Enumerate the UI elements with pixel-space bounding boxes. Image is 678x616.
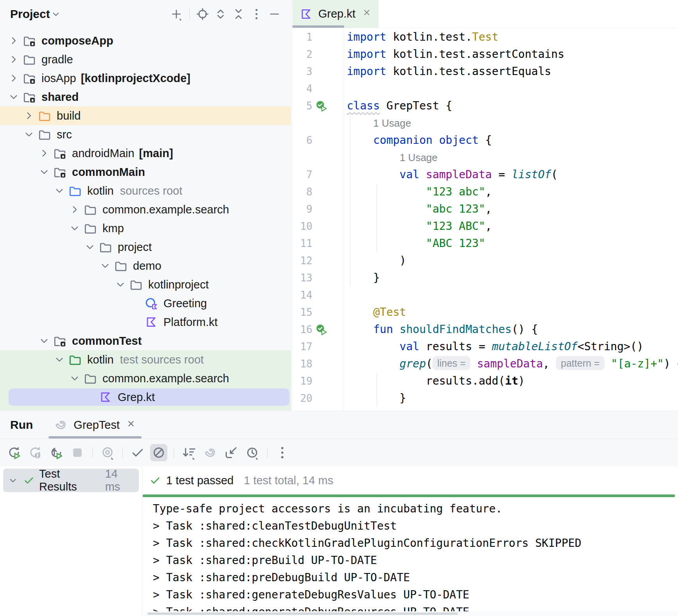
tree-chevron-down-icon[interactable] [5, 91, 22, 103]
code-line: 16 fun shouldFindMatches() { [292, 321, 678, 338]
results-expander-icon[interactable] [7, 475, 19, 486]
test-results-duration: 14 ms [105, 467, 135, 493]
run-toolbar [0, 439, 678, 466]
usages-inlay-hint[interactable]: 1 Usage [400, 152, 438, 163]
watch-options-button[interactable] [99, 444, 116, 461]
run-test-gutter-icon[interactable] [316, 324, 328, 336]
tree-chevron-down-icon[interactable] [82, 241, 98, 253]
tree-chevron-down-icon[interactable] [36, 335, 52, 347]
run-tab-close-icon[interactable] [125, 419, 137, 432]
line-number: 6 [292, 132, 312, 149]
jump-to-source-button[interactable] [222, 444, 240, 461]
more-vertical-button[interactable] [249, 7, 264, 21]
rerun-auto-button[interactable] [48, 444, 65, 461]
code-editor[interactable]: 1import kotlin.test.Test2import kotlin.t… [292, 29, 678, 411]
expand-all-button[interactable] [213, 7, 228, 21]
tree-chevron-down-icon[interactable] [36, 166, 52, 178]
rerun-failed-tests-button[interactable] [27, 444, 44, 461]
project-panel-header: Project [0, 0, 291, 28]
tree-item-greeting[interactable]: Greeting [0, 294, 291, 313]
more-vertical-icon [249, 7, 264, 21]
tree-item-common-example-search[interactable]: common.example.search [0, 369, 291, 388]
tree-chevron-right-icon[interactable] [21, 109, 37, 122]
code-line: 19 results.add(it) [292, 372, 678, 390]
tree-item-shared[interactable]: shared [0, 88, 291, 106]
tree-item-kotlin[interactable]: kotlinsources root [0, 181, 291, 200]
project-view-chevron-down-icon[interactable] [50, 8, 62, 20]
line-number: 4 [292, 80, 312, 97]
collapse-all-button[interactable] [231, 7, 246, 21]
line-number: 3 [292, 63, 312, 80]
folder-icon [113, 259, 128, 273]
sort-by-duration-icon [181, 445, 197, 460]
tree-chevron-down-icon[interactable] [21, 128, 37, 141]
tab-close-icon[interactable] [361, 8, 373, 21]
folder-module-icon [22, 90, 37, 104]
tree-item-composeapp[interactable]: composeApp [0, 31, 291, 50]
expand-all-icon [213, 7, 228, 21]
tree-item-common-example-search[interactable]: common.example.search [0, 200, 291, 219]
editor-tab-grep-kt[interactable]: Grep.kt [292, 0, 378, 28]
code-line: 17 val results = mutableListOf<String>() [292, 338, 678, 355]
rerun-tests-button[interactable] [5, 444, 23, 461]
tree-chevron-down-icon[interactable] [112, 278, 129, 291]
line-number: 11 [292, 235, 312, 252]
locate-button[interactable] [195, 7, 210, 21]
tree-chevron-down-icon[interactable] [66, 372, 83, 385]
show-passed-button[interactable] [129, 444, 146, 461]
run-console-output[interactable]: Type-safe project accessors is an incuba… [143, 497, 678, 611]
tree-item-commonmain[interactable]: commonMain [0, 163, 291, 181]
tree-chevron-down-icon[interactable] [51, 184, 68, 197]
tree-chevron-down-icon[interactable] [97, 260, 113, 272]
usages-inlay-hint[interactable]: 1 Usage [373, 117, 411, 129]
console-line: Type-safe project accessors is an incuba… [153, 500, 678, 518]
tree-item-demo[interactable]: demo [0, 256, 291, 275]
test-history-button[interactable] [244, 444, 261, 461]
tree-chevron-right-icon[interactable] [66, 203, 83, 216]
tree-item-kotlin[interactable]: kotlintest sources root [0, 350, 291, 369]
tree-chevron-down-icon[interactable] [51, 353, 68, 366]
tree-item-project[interactable]: project [0, 238, 291, 256]
line-number: 1 [292, 29, 312, 46]
tree-item-kotlinproject[interactable]: kotlinproject [0, 275, 291, 294]
tree-chevron-right-icon[interactable] [36, 147, 52, 159]
tree-chevron-down-icon[interactable] [66, 222, 83, 235]
tree-item-iosapp[interactable]: iosApp[kotlinprojectXcode] [0, 69, 291, 88]
hide-button[interactable] [267, 7, 282, 21]
code-line: 6 companion object { [292, 132, 678, 149]
tree-item-androidmain[interactable]: androidMain[main] [0, 144, 291, 163]
tree-item-platform-kt[interactable]: Platform.kt [0, 313, 291, 331]
gradle-icon [203, 445, 217, 460]
tests-passed-label: 1 test passed [166, 474, 234, 487]
tree-item-gradle[interactable]: gradle [0, 50, 291, 69]
stop-button[interactable] [69, 444, 86, 461]
tree-item-src[interactable]: src [0, 125, 291, 144]
code-line: 8 "123 abc", [292, 183, 678, 201]
line-number: 13 [292, 269, 312, 287]
code-line: 1 Usage [292, 115, 678, 132]
test-results-root-node[interactable]: Test Results 14 ms [3, 469, 139, 492]
tree-item-kmp[interactable]: kmp [0, 219, 291, 238]
gradle-button[interactable] [201, 444, 219, 461]
project-tree: composeAppgradleiosApp[kotlinprojectXcod… [0, 31, 291, 411]
run-test-gutter-icon[interactable] [316, 100, 328, 113]
run-tab-greptest[interactable]: GrepTest [46, 411, 144, 439]
show-ignored-button[interactable] [150, 444, 167, 461]
add-button[interactable] [169, 7, 184, 21]
more-options-button[interactable] [274, 444, 291, 461]
tree-chevron-right-icon[interactable] [5, 34, 22, 47]
stop-icon [70, 445, 85, 460]
tree-filler [0, 406, 291, 410]
tree-chevron-right-icon[interactable] [5, 72, 22, 84]
project-panel-title[interactable]: Project [10, 7, 50, 21]
tree-item-grep-kt[interactable]: Grep.kt [0, 388, 291, 406]
tree-item-build[interactable]: build [0, 106, 291, 125]
tests-total-label: 1 test total, 14 ms [244, 474, 334, 487]
rerun-auto-icon [48, 445, 64, 460]
code-line: 4 [292, 80, 678, 97]
folder-icon [129, 278, 143, 292]
tree-item-commontest[interactable]: commonTest [0, 331, 291, 350]
tree-chevron-right-icon[interactable] [5, 53, 22, 66]
console-horizontal-scrollbar[interactable] [143, 611, 678, 616]
sort-by-duration-button[interactable] [180, 444, 197, 461]
